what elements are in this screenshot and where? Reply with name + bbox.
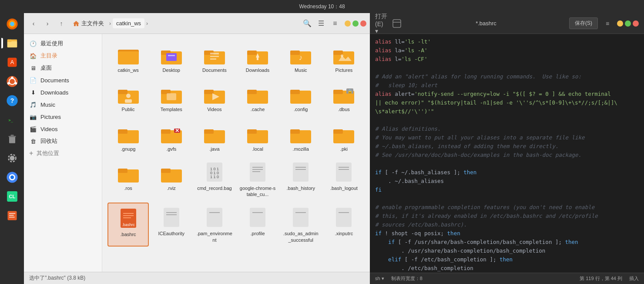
file-item-profile[interactable]: .profile <box>237 203 278 247</box>
sidebar-item-trash[interactable]: 🗑 回收站 <box>24 135 102 147</box>
editor-menu-icon[interactable]: ≡ <box>601 17 614 30</box>
dock-terminal[interactable]: >_ <box>3 111 21 128</box>
dock-clion[interactable]: CL <box>3 188 21 205</box>
file-item-catkin_ws[interactable]: catkin_ws <box>107 39 149 77</box>
trash-nav-icon: 🗑 <box>29 137 37 145</box>
folder-icon-downloads <box>246 43 269 65</box>
file-item-pki[interactable]: .pki <box>323 118 365 156</box>
file-item-music[interactable]: ♪ Music <box>280 39 322 77</box>
code-line: # sleep 10; alert <box>370 81 644 90</box>
svg-rect-112 <box>207 208 222 227</box>
minimize-button[interactable] <box>345 20 351 27</box>
file-item-downloads[interactable]: Downloads <box>237 39 278 77</box>
close-button[interactable] <box>360 20 366 27</box>
sidebar-item-downloads[interactable]: ⬇ Downloads <box>24 86 102 98</box>
sidebar-item-recent[interactable]: 🕐 最近使用 <box>24 37 102 50</box>
search-button[interactable]: 🔍 <box>301 17 313 30</box>
home-icon: 🏠 <box>29 52 37 60</box>
sidebar-item-pictures[interactable]: 📷 Pictures <box>24 111 102 123</box>
sidebar-item-music[interactable]: 🎵 Music <box>24 98 102 111</box>
sidebar-label-desktop: 桌面 <box>40 64 52 72</box>
svg-rect-28 <box>9 213 15 213</box>
window-controls <box>345 20 366 27</box>
file-item-ros[interactable]: .ros <box>107 157 149 201</box>
file-item-templates[interactable]: Templates <box>151 78 192 116</box>
file-item-xinputrc[interactable]: .xinputrc <box>323 203 365 247</box>
editor-save-button[interactable]: 保存(S) <box>569 17 598 29</box>
editor-maximize-button[interactable] <box>625 20 631 27</box>
file-item-cache[interactable]: .cache <box>237 78 278 116</box>
code-line: if [ -f ~/.bash_aliases ]; then <box>370 168 644 177</box>
editor-minimize-button[interactable] <box>617 20 623 27</box>
dock-help[interactable]: ? <box>3 92 21 109</box>
file-item-videos[interactable]: Videos <box>194 78 235 116</box>
file-item-gvfs[interactable]: ✕ .gvfs <box>151 118 192 156</box>
sidebar-item-documents[interactable]: 📄 Documents <box>24 74 102 86</box>
file-item-rviz[interactable]: .rviz <box>151 157 192 201</box>
svg-rect-79 <box>204 129 214 134</box>
code-line: fi <box>370 186 644 194</box>
up-button[interactable]: ↑ <box>55 17 67 30</box>
file-item-pam-environment[interactable]: .pam_environment <box>194 203 235 247</box>
file-item-dbus[interactable]: 🔒 .dbus <box>323 78 365 116</box>
dock-ubuntu[interactable] <box>3 73 21 90</box>
dock-files[interactable] <box>3 34 21 52</box>
svg-rect-99 <box>295 167 306 168</box>
svg-rect-41 <box>210 56 219 57</box>
editor-close-button[interactable] <box>633 20 639 27</box>
back-button[interactable]: ‹ <box>27 17 40 30</box>
file-item-gnupg[interactable]: .gnupg <box>107 118 149 156</box>
file-item-google-chrome[interactable]: google-chrome-stable_cu... <box>237 157 278 201</box>
dock-firefox[interactable] <box>3 15 21 33</box>
folder-icon-mozilla <box>289 122 312 144</box>
file-item-cmd-record-bag[interactable]: 1 0 10 1 01 1 0 cmd_record.bag <box>194 157 235 201</box>
fm-statusbar: 选中了".bashrc" (3.8 kB) <box>24 272 370 284</box>
file-item-documents[interactable]: Documents <box>194 39 235 77</box>
svg-rect-62 <box>204 90 214 94</box>
menu-button[interactable]: ≡ <box>329 17 341 30</box>
dock-settings[interactable] <box>3 149 21 167</box>
svg-rect-97 <box>252 171 260 172</box>
forward-button[interactable]: › <box>41 17 54 30</box>
code-line: # ~/.bash_aliases, instead of adding the… <box>370 142 644 151</box>
file-label-xinputrc: .xinputrc <box>335 230 353 237</box>
maximize-button[interactable] <box>352 20 359 27</box>
sidebar-item-home[interactable]: 🏠 主目录 <box>24 50 102 62</box>
file-icon-profile <box>246 206 269 229</box>
file-item-iceauthority[interactable]: ICEauthority <box>151 203 192 247</box>
home-button[interactable]: 主文件夹 <box>69 18 107 29</box>
sidebar-label-other: 其他位置 <box>37 149 59 157</box>
code-line: # See /usr/share/doc/bash-doc/examples i… <box>370 151 644 159</box>
file-icon-google-chrome <box>246 161 269 183</box>
dock-tasks[interactable] <box>3 207 21 224</box>
file-item-public[interactable]: Public <box>107 78 149 116</box>
file-item-bashrc[interactable]: .bashrc .bashrc <box>107 203 149 247</box>
code-editor-area[interactable]: alias ll='ls -lt' alias la='ls -A' alias… <box>370 34 644 273</box>
file-item-local[interactable]: .local <box>237 118 278 156</box>
sidebar-add-location[interactable]: + 其他位置 <box>24 147 102 159</box>
file-item-config[interactable]: .config <box>280 78 322 116</box>
editor-open-button[interactable]: 打开(E) ▾ <box>375 17 387 30</box>
file-item-sudo-admin[interactable]: .sudo_as_admin_successful <box>280 203 322 247</box>
editor-avatar-button[interactable] <box>391 17 403 30</box>
code-line: # this, if it's already enabled in /etc/… <box>370 212 644 220</box>
file-item-pictures[interactable]: Pictures <box>323 39 365 77</box>
file-item-java[interactable]: .java <box>194 118 235 156</box>
dock-software[interactable]: A <box>3 54 21 71</box>
file-label-config: .config <box>294 106 308 112</box>
dock-trash[interactable] <box>3 130 21 148</box>
file-label-bash-history: .bash_history <box>287 185 315 191</box>
file-item-desktop[interactable]: Desktop <box>151 39 192 77</box>
sidebar-item-videos[interactable]: 🎬 Videos <box>24 123 102 135</box>
file-icon-bash-history <box>289 161 312 183</box>
svg-rect-75 <box>161 129 171 134</box>
file-label-google-chrome: google-chrome-stable_cu... <box>239 185 276 198</box>
file-item-bash-history[interactable]: .bash_history <box>280 157 322 201</box>
path-segment[interactable]: catkin_ws <box>113 18 144 28</box>
file-item-bash-logout[interactable]: .bash_logout <box>323 157 365 201</box>
sidebar-item-desktop[interactable]: 🖥 桌面 <box>24 62 102 74</box>
file-item-mozilla[interactable]: .mozilla <box>280 118 322 156</box>
view-toggle-button[interactable]: ☰ <box>315 17 327 30</box>
dock-chrome[interactable] <box>3 169 21 186</box>
svg-rect-102 <box>339 167 349 168</box>
